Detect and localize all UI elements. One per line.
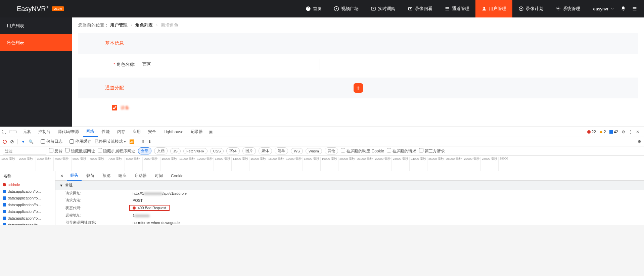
tab-network[interactable]: 网络 [83, 127, 98, 137]
device-icon[interactable]: ⫍⫎ [9, 130, 19, 134]
user-dropdown[interactable]: easynvr [593, 6, 614, 11]
breadcrumb-2[interactable]: 角色列表 [135, 22, 153, 28]
search-icon[interactable]: 🔍 [29, 139, 34, 144]
download-icon[interactable]: ⬇ [148, 139, 151, 144]
tab-console[interactable]: 控制台 [35, 127, 54, 137]
tab-initiator[interactable]: 启动器 [131, 171, 150, 180]
tab-application[interactable]: 应用 [129, 127, 144, 137]
timeline-tick: 25000 毫秒 [427, 157, 445, 171]
tab-sources[interactable]: 源代码/来源 [54, 127, 82, 137]
devtools-tabs: ⛶ ⫍⫎ 元素 控制台 源代码/来源 网络 性能 内存 应用 安全 Lighth… [0, 127, 644, 137]
tab-headers[interactable]: 标头 [67, 171, 82, 181]
pill-manifest[interactable]: 清单 [275, 147, 288, 154]
pill-doc[interactable]: 文档 [154, 147, 168, 154]
tab-memory[interactable]: 内存 [114, 127, 129, 137]
bell-icon[interactable] [620, 6, 626, 11]
name-column-header[interactable]: 名称 [0, 171, 55, 181]
nav-record-plan[interactable]: 录像计划 [512, 0, 549, 17]
nav-home[interactable]: 首页 [300, 0, 328, 17]
kv-remote: 远程地址:1xxxxxxxx [55, 212, 644, 219]
hide-ext-urls-checkbox[interactable]: 隐藏扩展程序网址 [98, 148, 135, 154]
request-item[interactable]: data:application/fo... [0, 222, 55, 225]
third-party-checkbox[interactable]: 第三方请求 [419, 148, 445, 154]
breadcrumb-current: 新增角色 [161, 22, 178, 28]
sidebar-item-users[interactable]: 用户列表 [0, 17, 72, 34]
request-item[interactable]: addrole [0, 181, 55, 188]
pill-fetch[interactable]: Fetch/XHR [183, 148, 208, 154]
network-timeline[interactable]: 1000 毫秒2000 毫秒3000 毫秒4000 毫秒5000 毫秒6000 … [0, 156, 644, 171]
tab-recorder[interactable]: 记录器 [187, 127, 206, 137]
add-button[interactable]: + [354, 83, 363, 93]
app-body: 用户列表 角色列表 您当前的位置： 用户管理 › 角色列表 › 新增角色 基本信… [0, 17, 644, 127]
request-item[interactable]: data:application/fo... [0, 208, 55, 215]
preview-icon[interactable]: ▣ [207, 130, 215, 134]
hamburger-icon[interactable] [632, 6, 637, 11]
inspect-icon[interactable]: ⛶ [2, 130, 8, 134]
nav-realtime[interactable]: 实时调阅 [365, 0, 402, 17]
more-icon[interactable]: ⋮ [629, 130, 633, 134]
pill-all[interactable]: 全部 [138, 147, 151, 154]
tab-payload[interactable]: 载荷 [83, 171, 98, 180]
close-icon[interactable]: ✕ [58, 174, 65, 178]
request-item[interactable]: data:application/fo... [0, 201, 55, 208]
nav-user-mgmt[interactable]: 用户管理 [475, 0, 512, 17]
filter-input[interactable] [3, 148, 46, 154]
nav-system[interactable]: 系统管理 [549, 0, 586, 17]
pill-font[interactable]: 字体 [226, 147, 240, 154]
info-count[interactable]: 42 [609, 130, 618, 134]
request-item[interactable]: data:application/fo... [0, 188, 55, 195]
pill-media[interactable]: 媒体 [259, 147, 272, 154]
svg-point-4 [484, 7, 485, 9]
warning-count[interactable]: 2 [599, 130, 606, 134]
throttle-select[interactable]: 已停用节流模式 ▾ [95, 139, 126, 144]
invert-checkbox[interactable]: 反转 [49, 148, 62, 154]
nav-label: 通道管理 [452, 6, 469, 12]
pill-js[interactable]: JS [170, 148, 181, 154]
record-icon[interactable] [3, 140, 7, 144]
request-name: data:application/fo... [8, 196, 41, 200]
pill-img[interactable]: 图片 [242, 147, 256, 154]
nav-playback[interactable]: 录像回看 [402, 0, 439, 17]
device-checkbox[interactable] [112, 105, 117, 110]
request-detail: ✕ 标头 载荷 预览 响应 启动器 时间 Cookie ▼ 常规 请求网址:ht… [55, 171, 644, 225]
nav-channel[interactable]: 通道管理 [439, 0, 475, 17]
pill-css[interactable]: CSS [210, 148, 224, 154]
request-item[interactable]: data:application/fo... [0, 195, 55, 201]
clear-icon[interactable]: ⊘ [10, 139, 14, 144]
tab-elements[interactable]: 元素 [19, 127, 34, 137]
blocked-requests-checkbox[interactable]: 被屏蔽的请求 [387, 148, 416, 154]
role-name-input[interactable] [139, 59, 320, 70]
request-item[interactable]: data:application/fo... [0, 215, 55, 222]
pill-other[interactable]: 其他 [325, 147, 338, 154]
blocked-cookies-checkbox[interactable]: 被屏蔽的响应 Cookie [341, 148, 384, 154]
error-count[interactable]: 22 [587, 130, 596, 134]
file-icon [3, 190, 6, 193]
gear-icon[interactable]: ⚙ [622, 130, 625, 134]
close-icon[interactable]: ✕ [636, 130, 639, 134]
preserve-log-checkbox[interactable]: 保留日志 [41, 139, 62, 144]
pill-wasm[interactable]: Wasm [306, 148, 322, 154]
network-pane: 名称 addroledata:application/fo...data:app… [0, 171, 644, 225]
wifi-icon[interactable]: 📶 [129, 139, 134, 144]
tab-security[interactable]: 安全 [145, 127, 159, 137]
tab-performance[interactable]: 性能 [98, 127, 113, 137]
tab-timing[interactable]: 时间 [151, 171, 166, 180]
sidebar-item-roles[interactable]: 角色列表 [0, 34, 72, 51]
pill-ws[interactable]: WS [291, 148, 303, 154]
tab-response[interactable]: 响应 [115, 171, 130, 180]
hide-data-urls-checkbox[interactable]: 隐藏数据网址 [65, 148, 95, 154]
filter-icon[interactable]: ▼ [21, 139, 25, 144]
tab-cookies[interactable]: Cookie [168, 172, 187, 180]
nav-video-square[interactable]: 视频广场 [328, 0, 365, 17]
play-icon [371, 6, 376, 11]
breadcrumb-1[interactable]: 用户管理 [110, 22, 128, 28]
sidebar: 用户列表 角色列表 [0, 17, 72, 127]
general-section[interactable]: ▼ 常规 [55, 181, 644, 190]
disable-cache-checkbox[interactable]: 停用缓存 [70, 139, 91, 144]
settings-icon[interactable]: ⚙ [638, 139, 641, 144]
chevron-down-icon [610, 7, 614, 11]
tab-preview[interactable]: 预览 [99, 171, 114, 180]
upload-icon[interactable]: ⬆ [141, 139, 145, 144]
tab-lighthouse[interactable]: Lighthouse [160, 128, 187, 136]
timeline-tick: 1000 毫秒 [0, 157, 18, 171]
